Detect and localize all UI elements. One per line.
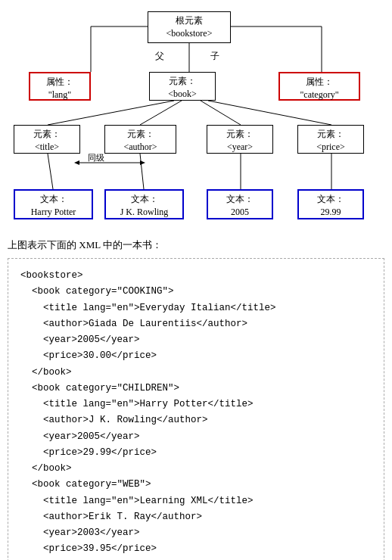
svg-line-7	[48, 101, 174, 125]
description-text: 上图表示下面的 XML 中的一本书：	[8, 238, 384, 252]
attr-lang-label: 属性："lang"	[46, 76, 73, 100]
price-label: 元素：<price>	[316, 129, 345, 152]
svg-text:父: 父	[155, 51, 164, 61]
book-node: 元素：<book>	[149, 72, 216, 101]
year-node: 元素：<year>	[207, 125, 273, 154]
root-node: 根元素<bookstore>	[148, 11, 231, 43]
text-rowling-node: 文本：J K. Rowling	[104, 189, 184, 219]
author-label: 元素：<author>	[123, 129, 157, 152]
text-harry-label: 文本：Harry Potter	[31, 194, 76, 217]
title-node: 元素：<title>	[14, 125, 80, 154]
text-harry-node: 文本：Harry Potter	[14, 189, 93, 219]
svg-line-15	[48, 154, 53, 189]
svg-marker-13	[140, 160, 145, 165]
year-label: 元素：<year>	[226, 129, 254, 152]
svg-text:子: 子	[210, 51, 219, 61]
attr-lang-node: 属性："lang"	[29, 72, 91, 101]
svg-line-10	[208, 101, 331, 125]
text-rowling-label: 文本：J K. Rowling	[120, 194, 169, 217]
text-price-node: 文本：29.99	[297, 189, 364, 219]
price-node: 元素：<price>	[297, 125, 364, 154]
book-label: 元素：<book>	[168, 76, 197, 99]
svg-line-9	[201, 101, 241, 125]
root-label: 根元素<bookstore>	[166, 15, 213, 39]
text-price-label: 文本：29.99	[317, 194, 344, 217]
text-2005-node: 文本：2005	[207, 189, 273, 219]
svg-line-16	[140, 154, 144, 189]
xml-code-block: <bookstore> <book category="COOKING"> <t…	[8, 258, 384, 560]
text-2005-label: 文本：2005	[226, 194, 254, 217]
xml-tree-diagram: 父 子 同级 根元素<bookstore> 属性："lang" 元素：<b	[8, 8, 384, 231]
attr-category-node: 属性："category"	[278, 72, 360, 101]
svg-marker-12	[74, 160, 79, 165]
attr-category-label: 属性："category"	[300, 76, 338, 100]
title-label: 元素：<title>	[33, 129, 61, 152]
author-node: 元素：<author>	[104, 125, 176, 154]
svg-line-8	[140, 101, 182, 125]
svg-text:同级: 同级	[88, 153, 104, 162]
